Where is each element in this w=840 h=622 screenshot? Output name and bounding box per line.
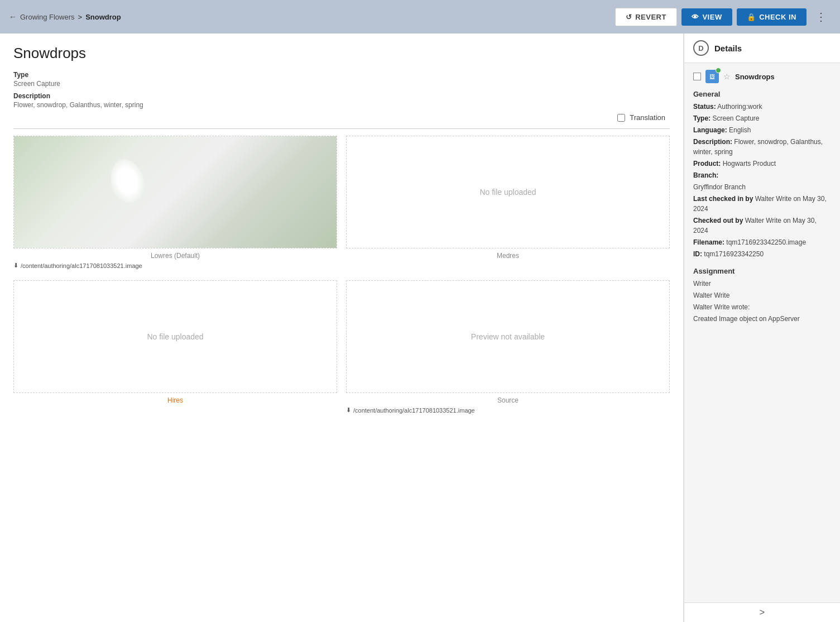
image-cell-source: Preview not available Source ⬇ /content/… [346,280,670,416]
assignment-title: Assignment [693,267,831,275]
panel-d-icon: D [693,40,709,56]
download-icon: ⬇ [13,262,18,269]
lowres-image-container[interactable] [13,136,337,248]
main-layout: Snowdrops Type Screen Capture Descriptio… [0,34,840,622]
description-label: Description [13,92,670,100]
description-value: Flower, snowdrop, Galanthus, winter, spr… [13,101,670,109]
lowres-path: ⬇ /content/authoring/alc1717081033521.im… [13,262,337,271]
source-path: ⬇ /content/authoring/alc1717081033521.im… [346,406,670,416]
badge-indicator [716,68,721,73]
branch-value-row: Gryffindor Branch [693,182,831,192]
branch-label-row: Branch: [693,170,831,180]
panel-collapse-button[interactable]: > [684,602,840,622]
lock-icon: 🔒 [747,13,756,21]
more-options-button[interactable]: ⋮ [811,8,831,26]
image-cell-lowres: Lowres (Default) ⬇ /content/authoring/al… [13,136,337,271]
image-cell-medres: No file uploaded Medres [346,136,670,271]
writer-label-row: Writer [693,279,831,289]
view-button[interactable]: 👁 VIEW [681,8,732,26]
product-row: Product: Hogwarts Product [693,159,831,169]
id-row: ID: tqm1716923342250 [693,249,831,259]
hires-image-container[interactable]: No file uploaded [13,280,337,393]
panel-item-name: Snowdrops [735,73,775,81]
star-icon[interactable]: ☆ [723,72,731,81]
source-image-container[interactable]: Preview not available [346,280,670,393]
checkin-button[interactable]: 🔒 CHECK IN [737,8,807,26]
assignment-section: Assignment Writer Walter Write Walter Wr… [693,267,831,324]
header-buttons: ↺ REVERT 👁 VIEW 🔒 CHECK IN ⋮ [615,8,831,26]
last-checkedin-row: Last checked in by Walter Write on May 3… [693,194,831,214]
source-placeholder: Preview not available [347,281,669,393]
eye-icon: 👁 [692,13,699,21]
image-cell-hires: No file uploaded Hires [13,280,337,416]
type-meta: Type Screen Capture [13,71,670,88]
panel-title: Details [714,44,742,53]
medres-image-container[interactable]: No file uploaded [346,136,670,248]
panel-item-checkbox[interactable] [693,73,701,80]
content-divider [13,128,670,129]
panel-header: D Details [684,34,840,63]
breadcrumb-separator: > [78,13,83,21]
writer-note-value-row: Created Image object on AppServer [693,314,831,324]
translation-checkbox[interactable] [617,114,625,122]
panel-body: 🖼 ☆ Snowdrops General Status: Authoring:… [684,63,840,602]
writer-value-row: Walter Write [693,290,831,300]
description-row: Description: Flower, snowdrop, Galanthus… [693,137,831,157]
header: ← Growing Flowers > Snowdrop ↺ REVERT 👁 … [0,0,840,34]
breadcrumb-parent[interactable]: Growing Flowers [20,13,75,21]
description-meta: Description Flower, snowdrop, Galanthus,… [13,92,670,109]
revert-icon: ↺ [626,13,632,21]
breadcrumb-current: Snowdrop [85,13,121,21]
lowres-caption: Lowres (Default) [13,248,337,262]
translation-row: Translation [13,113,670,122]
translation-label: Translation [630,113,665,122]
breadcrumb: ← Growing Flowers > Snowdrop [9,12,611,21]
back-arrow-icon[interactable]: ← [9,12,17,21]
image-grid: Lowres (Default) ⬇ /content/authoring/al… [13,136,670,416]
language-row: Language: English [693,125,831,135]
type-row: Type: Screen Capture [693,113,831,123]
medres-caption: Medres [346,248,670,262]
content-area: Snowdrops Type Screen Capture Descriptio… [0,34,684,622]
hires-placeholder: No file uploaded [14,281,337,393]
right-panel: D Details 🖼 ☆ Snowdrops General Status: … [684,34,840,622]
checked-out-row: Checked out by Walter Write on May 30, 2… [693,216,831,236]
panel-item-icon: 🖼 [705,70,719,83]
source-caption: Source [346,393,670,406]
writer-note-row: Walter Write wrote: [693,302,831,312]
status-row: Status: Authoring:work [693,102,831,112]
general-section-title: General [693,90,831,98]
panel-item-row: 🖼 ☆ Snowdrops [693,70,831,83]
filename-row: Filename: tqm1716923342250.image [693,237,831,247]
snowdrop-image [14,136,337,248]
medres-placeholder: No file uploaded [347,136,669,248]
type-label: Type [13,71,670,79]
image-file-icon: 🖼 [709,74,715,80]
source-download-icon: ⬇ [346,406,351,414]
type-value: Screen Capture [13,80,670,88]
revert-button[interactable]: ↺ REVERT [615,8,677,26]
hires-caption: Hires [13,393,337,406]
page-title: Snowdrops [13,45,670,62]
